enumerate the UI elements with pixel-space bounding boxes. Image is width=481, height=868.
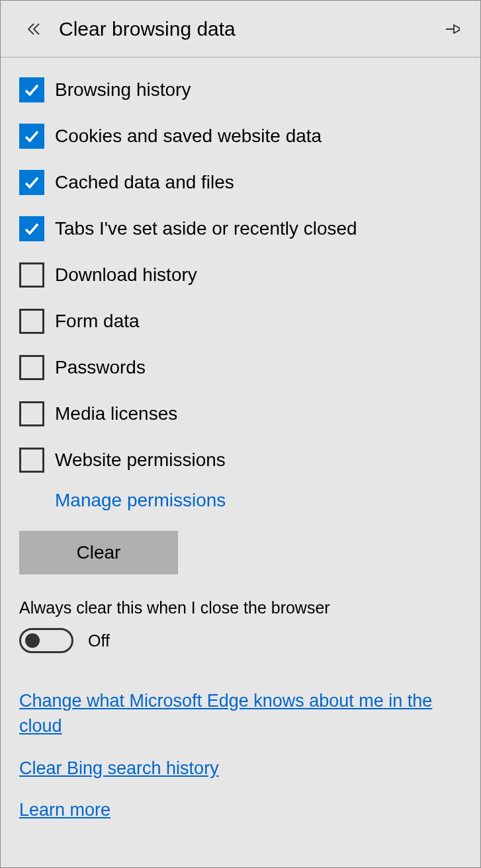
checkbox[interactable] [19, 216, 44, 241]
external-link[interactable]: Clear Bing search history [19, 756, 462, 781]
option-row[interactable]: Cached data and files [19, 170, 462, 195]
checkbox[interactable] [19, 401, 44, 426]
option-label: Tabs I've set aside or recently closed [55, 218, 357, 239]
auto-clear-state: Off [88, 631, 110, 651]
pin-icon [445, 21, 463, 37]
chevron-left-double-icon [26, 21, 42, 37]
panel-header: Clear browsing data [1, 1, 480, 58]
checkbox[interactable] [19, 262, 44, 288]
option-row[interactable]: Download history [19, 262, 462, 288]
checkbox[interactable] [19, 77, 44, 102]
option-row[interactable]: Form data [19, 309, 462, 334]
pin-button[interactable] [441, 16, 467, 42]
option-label: Media licenses [55, 403, 177, 424]
external-link[interactable]: Learn more [19, 798, 462, 823]
option-label: Cookies and saved website data [55, 126, 322, 147]
option-label: Passwords [55, 357, 146, 378]
panel-content: Browsing historyCookies and saved websit… [1, 58, 480, 823]
checkmark-icon [22, 81, 41, 99]
option-label: Browsing history [55, 79, 191, 100]
auto-clear-toggle[interactable] [19, 628, 73, 653]
option-row[interactable]: Media licenses [19, 401, 462, 426]
option-row[interactable]: Passwords [19, 355, 462, 380]
auto-clear-label: Always clear this when I close the brows… [19, 598, 462, 617]
clear-button[interactable]: Clear [19, 531, 178, 574]
checkmark-icon [22, 173, 41, 192]
toggle-knob [25, 633, 40, 648]
back-button[interactable] [21, 16, 47, 42]
option-label: Form data [55, 311, 140, 332]
checkbox[interactable] [19, 170, 44, 195]
option-label: Download history [55, 264, 197, 286]
external-link[interactable]: Change what Microsoft Edge knows about m… [19, 689, 462, 739]
option-row[interactable]: Cookies and saved website data [19, 124, 462, 149]
panel-title: Clear browsing data [59, 18, 441, 40]
checkmark-icon [22, 219, 41, 238]
option-row[interactable]: Website permissions [19, 448, 462, 473]
checkbox[interactable] [19, 355, 44, 380]
option-label: Cached data and files [55, 172, 234, 193]
checkmark-icon [22, 127, 41, 145]
option-row[interactable]: Tabs I've set aside or recently closed [19, 216, 462, 241]
checkbox[interactable] [19, 448, 44, 473]
option-label: Website permissions [55, 450, 226, 471]
auto-clear-row: Off [19, 628, 462, 653]
checkbox[interactable] [19, 309, 44, 334]
checkbox[interactable] [19, 124, 44, 149]
manage-permissions-link[interactable]: Manage permissions [55, 490, 462, 511]
option-row[interactable]: Browsing history [19, 77, 462, 102]
